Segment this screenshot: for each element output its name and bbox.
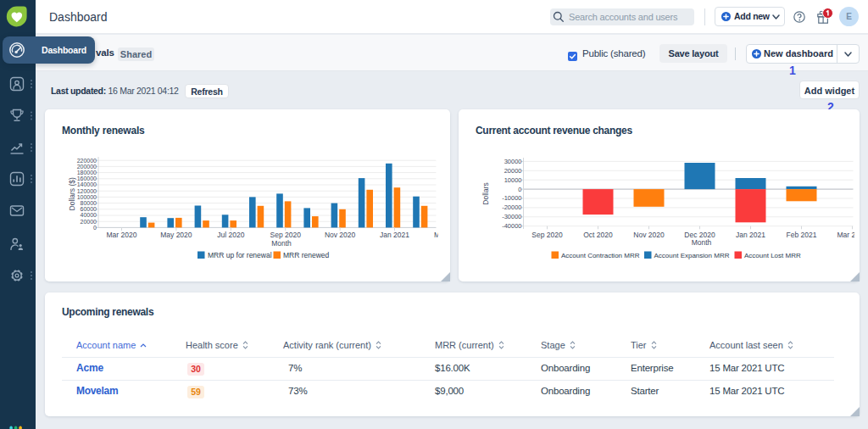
svg-text:200000: 200000 (77, 164, 97, 170)
svg-text:20000: 20000 (81, 219, 97, 225)
svg-text:-30000: -30000 (502, 213, 521, 220)
svg-text:160000: 160000 (77, 176, 97, 181)
svg-text:0: 0 (93, 225, 97, 231)
svg-text:Nov 2020: Nov 2020 (633, 231, 665, 239)
svg-text:120000: 120000 (77, 188, 97, 194)
svg-text:60000: 60000 (81, 206, 97, 212)
svg-text:-10000: -10000 (502, 194, 521, 202)
svg-text:Dollars: Dollars (481, 182, 490, 204)
svg-text:40000: 40000 (81, 212, 97, 218)
svg-text:80000: 80000 (81, 200, 97, 206)
svg-text:MRR renewed: MRR renewed (283, 251, 330, 259)
svg-text:MRR up for renewal: MRR up for renewal (208, 251, 272, 259)
svg-text:Jul 2020: Jul 2020 (217, 231, 244, 239)
svg-text:Nov 2020: Nov 2020 (325, 231, 356, 239)
svg-text:0: 0 (518, 186, 521, 193)
svg-text:180000: 180000 (77, 170, 97, 176)
svg-text:Account Contraction MRR: Account Contraction MRR (561, 252, 640, 259)
svg-text:220000: 220000 (77, 158, 97, 164)
svg-text:Jan 2021: Jan 2021 (380, 231, 409, 239)
svg-text:Sep 2020: Sep 2020 (270, 231, 301, 239)
svg-text:May 2020: May 2020 (160, 231, 192, 239)
svg-text:Sep 2020: Sep 2020 (531, 231, 563, 239)
svg-text:140000: 140000 (77, 181, 97, 187)
svg-text:Oct 2020: Oct 2020 (583, 231, 613, 239)
svg-text:Mar 2021: Mar 2021 (837, 231, 854, 239)
svg-text:Feb 2021: Feb 2021 (787, 231, 817, 239)
svg-text:Mar 2021: Mar 2021 (434, 231, 438, 239)
svg-text:Account Expansion MRR: Account Expansion MRR (654, 252, 730, 259)
svg-text:30000: 30000 (504, 158, 522, 165)
svg-text:Month: Month (692, 238, 712, 247)
svg-text:Dollars ($): Dollars ($) (68, 177, 76, 210)
svg-text:Mar 2020: Mar 2020 (107, 231, 137, 239)
svg-text:Jan 2021: Jan 2021 (736, 231, 765, 239)
svg-text:-40000: -40000 (502, 222, 521, 230)
svg-text:10000: 10000 (504, 176, 522, 184)
svg-text:-20000: -20000 (502, 203, 521, 211)
svg-text:100000: 100000 (77, 194, 97, 200)
svg-text:Month: Month (271, 239, 292, 248)
svg-text:20000: 20000 (504, 167, 522, 175)
svg-text:Account Lost MRR: Account Lost MRR (744, 252, 801, 259)
